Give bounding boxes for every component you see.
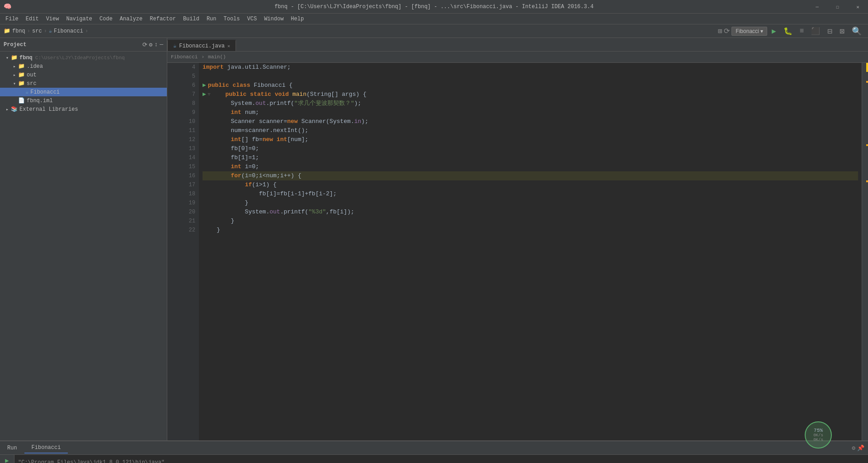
tree-item-ext-libs[interactable]: ▸ 📚 External Libraries <box>0 105 167 113</box>
code-line: int i=0; <box>203 162 858 171</box>
layout-icon[interactable]: ⊞ <box>718 27 722 36</box>
menu-build[interactable]: Build <box>179 15 203 23</box>
code-content[interactable]: import java.util.Scanner; ▶ public class… <box>199 63 862 440</box>
bottom-tab-fibonacci[interactable]: Fibonacci <box>24 443 68 454</box>
network-upload: 0K/s <box>813 433 823 438</box>
run-config-selector[interactable]: Fibonacci ▾ <box>731 27 767 36</box>
tree-item-iml[interactable]: 📄 fbnq.iml <box>0 96 167 105</box>
line-number: 17 <box>180 180 195 189</box>
tree-label-src: src <box>27 80 37 87</box>
line-number: 11 <box>180 126 195 135</box>
minimize-button[interactable]: — <box>807 0 827 14</box>
code-line: System.out.printf("%3d",fb[i]); <box>203 208 858 217</box>
run-line-arrow[interactable]: ▶ <box>203 81 206 90</box>
tree-label-idea: .idea <box>27 63 43 70</box>
close-button[interactable]: ✕ <box>848 0 868 14</box>
sidebar-actions: ⟳ ⚙ ↕ — <box>142 41 163 48</box>
network-widget[interactable]: 75% 0K/s 0K/s <box>805 421 832 449</box>
code-line: } <box>203 217 858 226</box>
menu-window[interactable]: Window <box>260 15 287 23</box>
code-line: System.out.printf("求几个斐波那契数？"); <box>203 99 858 108</box>
layout-button[interactable]: ⊟ <box>825 25 835 37</box>
tab-close-button[interactable]: ✕ <box>227 43 230 49</box>
menu-bar: File Edit View Navigate Code Analyze Ref… <box>0 14 868 24</box>
scrollbar-marker-orange-1 <box>866 144 868 146</box>
coverage-button[interactable]: ≡ <box>797 26 807 36</box>
line-number: 14 <box>180 153 195 162</box>
settings-icon[interactable]: ⚙ <box>852 444 855 452</box>
menu-file[interactable]: File <box>2 15 22 23</box>
menu-refactor[interactable]: Refactor <box>146 15 179 23</box>
tree-label-ext-libs: External Libraries <box>19 106 78 113</box>
code-line: fb[i]=fb[i-1]+fb[i-2]; <box>203 189 858 198</box>
breadcrumb-src[interactable]: src <box>32 28 42 34</box>
menu-vcs[interactable]: VCS <box>244 15 261 23</box>
line-number: 20 <box>180 208 195 217</box>
pin-icon[interactable]: 📌 <box>857 444 864 452</box>
search-button[interactable]: 🔍 <box>849 25 864 37</box>
code-line: num=scanner.nextInt(); <box>203 126 858 135</box>
line-number: 7 <box>180 90 195 99</box>
editor-area: ☕ Fibonacci.java ✕ Fibonacci › main() 4 … <box>167 38 868 440</box>
menu-code[interactable]: Code <box>96 15 116 23</box>
run-output: "C:\Program Files\Java\jdk1.8.0_121\bin\… <box>14 455 868 463</box>
network-download: 0K/s <box>813 438 823 442</box>
line-number: 4 <box>180 63 195 72</box>
gutter <box>167 63 176 440</box>
java-file-icon: ☕ <box>25 89 28 95</box>
main-content: Project ⟳ ⚙ ↕ — ▾ 📁 fbnq C:\Users\LJY\Id… <box>0 38 868 440</box>
breadcrumb: 📁 fbnq › src › ☕ Fibonacci › <box>4 28 88 34</box>
menu-help[interactable]: Help <box>287 15 307 23</box>
code-line: if(i>1) { <box>203 180 858 189</box>
tab-fibonacci[interactable]: ☕ Fibonacci.java ✕ <box>167 40 236 51</box>
menu-edit[interactable]: Edit <box>22 15 42 23</box>
folder-icon: 📁 <box>18 63 25 70</box>
sidebar-action-sort[interactable]: ↕ <box>154 41 158 48</box>
tree-label-fibonacci: Fibonacci <box>30 89 60 95</box>
collapse-icon[interactable]: ▽ <box>208 90 210 99</box>
editor-tabs: ☕ Fibonacci.java ✕ <box>167 38 868 52</box>
menu-tools[interactable]: Tools <box>220 15 244 23</box>
sync-icon[interactable]: ⟳ <box>724 27 730 36</box>
stop-button[interactable]: ⬛ <box>808 26 823 37</box>
sidebar-action-sync[interactable]: ⟳ <box>142 41 147 48</box>
code-editor[interactable]: 4 5 6 7 8 9 10 11 12 13 14 15 16 17 18 1… <box>167 63 868 440</box>
breadcrumb-fbnq[interactable]: fbnq <box>12 28 25 34</box>
editor-scrollbar[interactable] <box>862 63 868 440</box>
breadcrumb-class[interactable]: Fibonacci <box>171 54 198 60</box>
breadcrumb-fibonacci[interactable]: Fibonacci <box>54 28 83 34</box>
tree-item-out[interactable]: ▸ 📁 out <box>0 71 167 79</box>
breadcrumb-method[interactable]: main() <box>208 54 226 60</box>
tree-item-fbnq[interactable]: ▾ 📁 fbnq C:\Users\LJY\IdeaProjects\fbnq <box>0 53 167 62</box>
maximize-button[interactable]: ☐ <box>827 0 848 14</box>
sidebar-action-gear[interactable]: ⚙ <box>149 41 153 48</box>
nav-bar: 📁 fbnq › src › ☕ Fibonacci › ⊞ ⟳ Fibonac… <box>0 24 868 38</box>
menu-navigate[interactable]: Navigate <box>62 15 96 23</box>
run-again-button[interactable]: ▶ <box>2 457 13 463</box>
output-line-cmd: "C:\Program Files\Java\jdk1.8.0_121\bin\… <box>18 458 864 463</box>
expand-arrow: ▾ <box>4 55 11 61</box>
tree-label-out: out <box>27 72 37 78</box>
tree-item-fibonacci[interactable]: ☕ Fibonacci <box>0 88 167 96</box>
tab-filename: Fibonacci.java <box>179 43 225 49</box>
split-button[interactable]: ⊠ <box>837 25 847 37</box>
menu-run[interactable]: Run <box>203 15 220 23</box>
menu-analyze[interactable]: Analyze <box>116 15 146 23</box>
debug-button[interactable]: 🐛 <box>781 26 795 37</box>
line-number: 6 <box>180 81 195 90</box>
code-line: fb[0]=0; <box>203 144 858 153</box>
tree-item-idea[interactable]: ▸ 📁 .idea <box>0 62 167 71</box>
bottom-tab-run[interactable]: Run <box>0 443 24 453</box>
network-percent: 75% <box>814 428 823 433</box>
line-number: 22 <box>180 226 195 235</box>
line-number: 15 <box>180 162 195 171</box>
bottom-content: ▶ ↑ ⬛ ↓ ⏸ ↺ 📋 🖨 🗑 › "C:\Program Files\Ja… <box>0 455 868 463</box>
code-line: } <box>203 198 858 208</box>
sidebar-action-expand[interactable]: — <box>160 41 163 48</box>
run-line-arrow[interactable]: ▶ <box>203 90 206 99</box>
menu-view[interactable]: View <box>42 15 63 23</box>
run-button[interactable]: ▶ <box>769 26 779 37</box>
tree-item-src[interactable]: ▾ 📁 src <box>0 79 167 88</box>
line-number: 8 <box>180 99 195 108</box>
line-number: 5 <box>180 72 195 81</box>
